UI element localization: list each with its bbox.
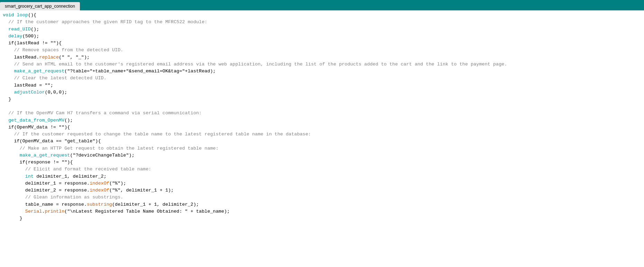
code-line: Serial.println("\nLatest Registered Tabl… xyxy=(0,208,644,215)
code-line: // Elicit and format the received table … xyxy=(0,166,644,173)
code-segment: delimiter_1 = response. xyxy=(3,180,90,187)
code-segment: // If the OpenMV Cam H7 transfers a comm… xyxy=(3,110,202,117)
code-segment: Serial xyxy=(25,208,42,215)
code-segment: ("%", delimiter_1 + 1); xyxy=(109,187,174,194)
code-segment: (){ xyxy=(28,12,36,19)
code-segment: if(OpenMV_data == "get_table"){ xyxy=(3,138,101,145)
code-line: read_UID(); xyxy=(0,26,644,33)
code-line: } xyxy=(0,96,644,103)
code-line: // If the OpenMV Cam H7 transfers a comm… xyxy=(0,110,644,117)
code-segment: // Make an HTTP Get request to obtain th… xyxy=(3,145,219,152)
active-tab[interactable]: smart_grocery_cart_app_connection xyxy=(0,2,80,10)
code-line: get_data_from_OpenMV(); xyxy=(0,117,644,124)
code-segment: ("%"); xyxy=(109,180,126,187)
code-segment: // Clear the latest detected UID. xyxy=(3,75,107,82)
code-segment: println xyxy=(45,208,65,215)
code-segment: (" ", "_"); xyxy=(59,54,90,61)
code-segment: get_data_from_OpenMV xyxy=(8,117,64,124)
code-line: delay(500); xyxy=(0,33,644,40)
code-line: delimiter_1 = response.indexOf("%"); xyxy=(0,180,644,187)
code-segment: make_a_get_request xyxy=(20,152,70,159)
code-line: adjustColor(0,0,0); xyxy=(0,89,644,96)
code-segment: ("?table="+table_name+"&send_email=OK&ta… xyxy=(64,68,215,75)
code-segment xyxy=(3,173,25,180)
code-line: if(OpenMV_data != ""){ xyxy=(0,124,644,131)
tab-bar: smart_grocery_cart_app_connection xyxy=(0,0,644,10)
code-segment xyxy=(3,117,8,124)
code-segment: lastRead. xyxy=(3,54,39,61)
code-segment xyxy=(3,152,20,159)
code-segment: ("?deviceChangeTable"); xyxy=(70,152,134,159)
code-line: // Make an HTTP Get request to obtain th… xyxy=(0,145,644,152)
code-segment: replace xyxy=(39,54,59,61)
code-segment: // If the customer requested to change t… xyxy=(3,131,311,138)
code-line: } xyxy=(0,215,644,222)
code-segment: // If the customer approaches the given … xyxy=(3,19,207,26)
code-line: lastRead.replace(" ", "_"); xyxy=(0,54,644,61)
code-segment: indexOf xyxy=(90,180,109,187)
code-segment: (delimiter_1 + 1, delimiter_2); xyxy=(112,201,199,208)
code-segment: void xyxy=(3,12,17,19)
code-segment: table_name = response. xyxy=(3,201,87,208)
code-segment xyxy=(3,26,8,33)
code-line: // Send an HTML email to the customer's … xyxy=(0,61,644,68)
code-segment: // Remove spaces from the detected UID. xyxy=(3,47,123,54)
code-segment: (0,0,0); xyxy=(45,89,67,96)
code-line: // Clear the latest detected UID. xyxy=(0,75,644,82)
code-line: // Remove spaces from the detected UID. xyxy=(0,47,644,54)
code-segment: delimiter_2 = response. xyxy=(3,187,90,194)
code-segment: delimiter_1, delimiter_2; xyxy=(34,173,107,180)
code-segment: make_a_get_request xyxy=(14,68,64,75)
code-segment: if(OpenMV_data != ""){ xyxy=(3,124,70,131)
code-segment xyxy=(3,33,8,40)
code-line: // Glean information as substrings. xyxy=(0,194,644,201)
code-segment: // Send an HTML email to the customer's … xyxy=(3,61,507,68)
code-line: lastRead = ""; xyxy=(0,82,644,89)
code-line xyxy=(0,103,644,110)
code-container: void loop(){ // If the customer approach… xyxy=(0,10,644,267)
code-segment: indexOf xyxy=(90,187,109,194)
code-line: if(lastRead != ""){ xyxy=(0,40,644,47)
code-segment: if(response != ""){ xyxy=(3,159,73,166)
code-segment: } xyxy=(3,96,11,103)
code-segment: delay xyxy=(8,33,22,40)
code-segment: // Glean information as substrings. xyxy=(3,194,123,201)
code-line: if(OpenMV_data == "get_table"){ xyxy=(0,138,644,145)
code-line: if(response != ""){ xyxy=(0,159,644,166)
code-line: delimiter_2 = response.indexOf("%", deli… xyxy=(0,187,644,194)
code-segment: lastRead = ""; xyxy=(3,82,53,89)
code-line: void loop(){ xyxy=(0,12,644,19)
code-segment: loop xyxy=(17,12,28,19)
tab-label: smart_grocery_cart_app_connection xyxy=(5,3,75,10)
code-segment: adjustColor xyxy=(14,89,45,96)
code-line: // If the customer approaches the given … xyxy=(0,19,644,26)
code-line: make_a_get_request("?deviceChangeTable")… xyxy=(0,152,644,159)
code-segment: substring xyxy=(87,201,112,208)
code-line: int delimiter_1, delimiter_2; xyxy=(0,173,644,180)
code-segment: read_UID xyxy=(8,26,31,33)
code-line: table_name = response.substring(delimite… xyxy=(0,201,644,208)
code-segment: } xyxy=(3,215,22,222)
code-segment: . xyxy=(42,208,45,215)
code-segment: int xyxy=(25,173,34,180)
code-segment xyxy=(3,68,14,75)
code-segment: (); xyxy=(64,117,73,124)
code-segment: (500); xyxy=(22,33,39,40)
code-segment: // Elicit and format the received table … xyxy=(3,166,151,173)
code-line: make_a_get_request("?table="+table_name+… xyxy=(0,68,644,75)
code-segment xyxy=(3,89,14,96)
code-segment: (); xyxy=(31,26,39,33)
code-line: // If the customer requested to change t… xyxy=(0,131,644,138)
code-segment xyxy=(3,208,25,215)
code-segment: if(lastRead != ""){ xyxy=(3,40,62,47)
code-segment: ("\nLatest Registered Table Name Obtaine… xyxy=(64,208,230,215)
